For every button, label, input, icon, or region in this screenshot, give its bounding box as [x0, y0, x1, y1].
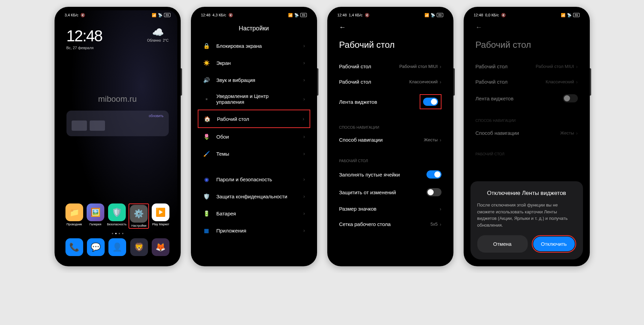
app-security[interactable]: 🛡️ Безопасность [107, 203, 126, 229]
highlight-toggle [420, 94, 441, 109]
firefox-icon: 🦊 [152, 238, 169, 256]
cancel-button[interactable]: Отмена [477, 235, 528, 253]
play-icon: ▶️ [152, 203, 169, 221]
signal-icon: 📶 [561, 13, 566, 17]
home-icon: 🏠 [204, 115, 211, 123]
do-not-disturb-icon: 🔇 [365, 13, 370, 17]
row-launcher: Рабочий стол Рабочий стол MIUI › [467, 59, 586, 74]
chevron-right-icon: › [576, 79, 578, 85]
chevron-right-icon: › [303, 134, 305, 139]
settings-notifications[interactable]: ▪️ Уведомления и Центр управления › [198, 88, 310, 110]
dock-browser[interactable]: 🦁 [129, 238, 149, 256]
row-widget-feed: Лента виджетов [467, 89, 586, 107]
fingerprint-icon: ◉ [203, 175, 210, 183]
wifi-icon: 📡 [158, 13, 163, 17]
phone-3: 12:48 1,4 КБ/с 🔇 📶 📡 89 ← Рабочий стол Р… [327, 7, 453, 266]
browser-icon: 🦁 [130, 238, 148, 256]
page-title: Рабочий стол [467, 34, 586, 59]
speaker-icon: 🔊 [203, 76, 210, 84]
row-fill-cells: Заполнять пустые ячейки [331, 166, 450, 183]
status-bar: 12:48 0,0 КБ/с 🔇 📶 📡 89 [467, 10, 586, 20]
chevron-right-icon: › [303, 43, 305, 48]
settings-battery[interactable]: 🔋 Батарея › [198, 205, 310, 222]
status-bar: 3,4 КБ/с 🔇 📶 📡 89 [58, 10, 177, 20]
folder-icon: 📁 [65, 203, 83, 221]
privacy-icon: 🛡️ [203, 193, 210, 200]
app-play-store[interactable]: ▶️ Play Маркет [151, 203, 170, 229]
brush-icon: 🖌️ [203, 150, 210, 157]
gallery-icon: 🖼️ [87, 203, 104, 221]
chevron-right-icon: › [440, 206, 441, 212]
row-nav-method[interactable]: Способ навигации Жесты › [331, 132, 450, 147]
settings-apps[interactable]: ▦ Приложения › [198, 222, 310, 239]
highlight-confirm: Отключить [532, 235, 576, 253]
shield-icon: 🛡️ [108, 203, 126, 221]
settings-sound[interactable]: 🔊 Звук и вибрация › [198, 71, 310, 88]
fill-cells-toggle[interactable] [426, 170, 441, 179]
battery-icon: 89 [300, 13, 306, 17]
chevron-right-icon: › [576, 64, 578, 69]
chevron-right-icon: › [303, 228, 305, 233]
battery-icon: 🔋 [203, 210, 210, 217]
status-time: 12:48 [474, 13, 483, 17]
chevron-right-icon: › [303, 151, 305, 156]
dock-firefox[interactable]: 🦊 [151, 238, 170, 256]
apps-icon: ▦ [203, 227, 210, 234]
widget-update-link[interactable]: обновить [72, 114, 164, 118]
app-row: 📁 Проводник 🖼️ Галерея 🛡️ Безопасность ⚙… [58, 203, 177, 229]
phone-icon: 📞 [65, 238, 83, 256]
app-settings[interactable]: ⚙️ Настройки [130, 205, 148, 227]
chevron-right-icon: › [440, 222, 441, 227]
chevron-right-icon: › [303, 96, 305, 102]
app-gallery[interactable]: 🖼️ Галерея [86, 203, 105, 229]
clock-widget[interactable]: 12:48 Вс, 27 февраля [66, 27, 102, 50]
network-speed: 0,0 КБ/с [485, 13, 499, 17]
chevron-right-icon: › [440, 79, 441, 85]
settings-homescreen[interactable]: 🏠 Рабочий стол › [198, 110, 310, 128]
row-lock-layout: Защитить от изменений [331, 183, 450, 201]
settings-privacy[interactable]: 🛡️ Защита конфиденциальности › [198, 188, 310, 205]
back-button[interactable]: ← [339, 23, 346, 31]
widget-card[interactable]: обновить [66, 111, 169, 136]
settings-themes[interactable]: 🖌️ Темы › [198, 145, 310, 162]
battery-icon: 89 [437, 13, 443, 17]
notification-icon: ▪️ [203, 95, 210, 103]
weather-widget[interactable]: ☁️ Облачно 2°C [147, 27, 169, 50]
dock-contacts[interactable]: 👤 [108, 238, 127, 256]
widget-feed-toggle[interactable] [423, 98, 438, 106]
row-widget-feed: Лента виджетов [331, 89, 450, 114]
row-nav-method: Способ навигации Жесты › [467, 125, 586, 141]
settings-display[interactable]: ☀️ Экран › [198, 54, 310, 71]
confirm-button[interactable]: Отключить [533, 237, 575, 251]
settings-wallpaper[interactable]: 🌷 Обои › [198, 128, 310, 145]
row-launcher[interactable]: Рабочий стол Рабочий стол MIUI › [331, 59, 450, 74]
network-speed: 3,4 КБ/с [65, 13, 79, 17]
message-icon: 💬 [87, 238, 105, 256]
do-not-disturb-icon: 🔇 [228, 13, 233, 17]
dock-messages[interactable]: 💬 [86, 238, 106, 256]
gear-icon: ⚙️ [130, 205, 148, 223]
wifi-icon: 📡 [431, 13, 435, 17]
settings-list: 🔒 Блокировка экрана › ☀️ Экран › 🔊 Звук … [194, 37, 314, 239]
chevron-right-icon: › [440, 137, 441, 143]
dock-phone[interactable]: 📞 [65, 238, 84, 256]
highlight-settings-app: ⚙️ Настройки [129, 203, 149, 229]
flower-icon: 🌷 [203, 133, 210, 140]
status-bar: 12:48 1,4 КБ/с 🔇 📶 📡 89 [331, 10, 450, 20]
lock-layout-toggle[interactable] [426, 188, 441, 196]
row-grid-size[interactable]: Сетка рабочего стола 5x5 › [331, 216, 450, 232]
settings-lockscreen[interactable]: 🔒 Блокировка экрана › [198, 37, 310, 54]
settings-passwords[interactable]: ◉ Пароли и безопасность › [198, 171, 310, 188]
phone-4: 12:48 0,0 КБ/с 🔇 📶 📡 89 ← Рабочий стол Р… [464, 7, 590, 266]
page-indicator [58, 229, 177, 238]
chevron-right-icon: › [303, 77, 305, 83]
row-icon-size[interactable]: Размер значков › [331, 201, 450, 216]
section-homescreen: РАБОЧИЙ СТОЛ [331, 156, 450, 166]
row-layout-style[interactable]: Рабочий стол Классический › [331, 74, 450, 89]
page-title: Рабочий стол [331, 34, 450, 59]
chevron-right-icon: › [303, 60, 305, 66]
section-navigation: СПОСОБ НАВИГАЦИИ [331, 123, 450, 132]
signal-icon: 📶 [288, 13, 293, 17]
app-file-manager[interactable]: 📁 Проводник [65, 203, 84, 229]
person-icon: 👤 [108, 238, 126, 256]
